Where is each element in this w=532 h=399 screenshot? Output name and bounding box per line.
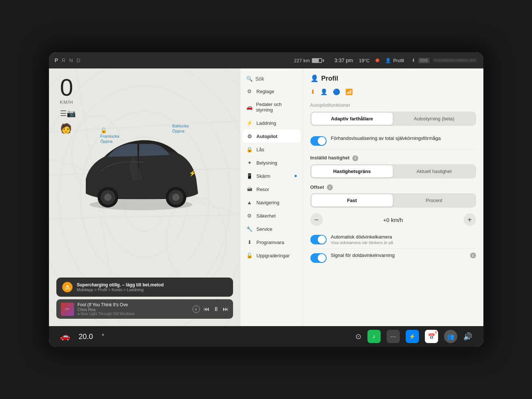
menu-item-las[interactable]: 🔒 Lås — [240, 143, 303, 156]
warning-icon: ⚠ — [62, 282, 73, 292]
service-label: Service — [257, 226, 272, 232]
speed-unit: KM/H — [60, 99, 74, 105]
svg-text:⚡: ⚡ — [189, 170, 196, 177]
speed-display: 0 KM/H — [60, 76, 74, 105]
right-panel: 👤 Profil ⬇ 👤 🔵 📶 Autopilotfunktioner Ada… — [303, 68, 483, 326]
menu-item-resor[interactable]: 🏔 Resor — [240, 183, 303, 196]
fixed-offset-button[interactable]: Fast — [311, 194, 393, 206]
percent-offset-button[interactable]: Procent — [394, 194, 475, 206]
blind-spot-warning-toggle[interactable] — [310, 253, 327, 263]
offset-type-group: Fast Procent — [310, 193, 476, 208]
vehicle-panel: 0 KM/H ☰📷 🧑 🔓 Framlucka Öppna — [49, 68, 240, 326]
profile-button[interactable]: 👤 Profil — [385, 58, 404, 63]
las-label: Lås — [257, 147, 264, 152]
menu-item-skarm[interactable]: 📱 Skärm — [240, 169, 303, 183]
user-icon-app[interactable]: 👥 — [444, 330, 457, 343]
blind-spot-camera-title: Automatisk dödvinkelkamera — [331, 234, 476, 240]
fsd-preview-toggle[interactable] — [310, 136, 327, 146]
bluetooth-icon: ⚡ — [409, 333, 415, 339]
add-to-queue-button[interactable]: + — [193, 306, 200, 313]
current-speed-button[interactable]: Aktuell hastighet — [394, 165, 475, 177]
range-info: 227 km — [294, 58, 324, 63]
blind-spot-warning-toggle-row: Signal för doldavinkelnvarning i — [310, 249, 476, 266]
bluetooth-app[interactable]: ⚡ — [406, 330, 419, 343]
adaptive-cruise-button[interactable]: Adaptiv farthållare — [311, 113, 393, 125]
speed-mode-group: Hastighetsgräns Aktuell hastighet — [310, 164, 476, 179]
speed-limit-button[interactable]: Hastighetsgräns — [311, 165, 393, 177]
screen-bezel: P R N D 227 km 3:37 pm 19°C 👤 Profil — [45, 49, 487, 350]
car-bottom-icon[interactable]: 🚗 — [60, 332, 70, 341]
offset-section-title: Offset i — [310, 184, 476, 191]
bottom-temperature: 20.0 — [79, 332, 93, 341]
status-bar: P R N D 227 km 3:37 pm 19°C 👤 Profil — [49, 52, 483, 68]
uppgraderingar-label: Uppgraderingar — [257, 253, 290, 258]
blind-spot-camera-toggle[interactable] — [310, 235, 327, 244]
volume-icon[interactable]: 🔊 — [463, 332, 472, 341]
navigering-label: Navigering — [257, 200, 279, 205]
search-label: Sök — [256, 76, 264, 82]
notification-sub: Mobilapp > Profil > Konto > Laddning — [77, 287, 164, 292]
menu-item-laddning[interactable]: ⚡ Laddning — [240, 116, 303, 130]
svg-point-17 — [104, 194, 112, 201]
panel-title-text: Profil — [321, 75, 338, 82]
top-right-icons: ⬇ SOS PASSENGER AIRBAG OFF — [412, 58, 478, 63]
car-illustration: ⚡ — [71, 120, 211, 216]
autosteer-button[interactable]: Autostyrning (beta) — [394, 113, 475, 125]
blind-spot-camera-toggle-row: Automatisk dödvinkelkamera Visa sidokame… — [310, 230, 476, 249]
profile-person-icon: 👤 — [385, 58, 391, 63]
menu-item-service[interactable]: 🔧 Service — [240, 222, 303, 236]
profile-sub-person-icon[interactable]: 👤 — [320, 88, 328, 95]
profile-sub-download-icon[interactable]: ⬇ — [310, 88, 315, 95]
menu-panel: 🔍 Sök ⚙ Reglage 🚗 Pedaler och styrning ⚡… — [240, 68, 303, 326]
blind-spot-camera-text: Automatisk dödvinkelkamera Visa sidokame… — [331, 234, 476, 245]
more-apps-button[interactable]: ··· — [387, 330, 400, 343]
track-source: ● New Light Through Old Windows — [78, 312, 189, 316]
offset-increase-button[interactable]: + — [464, 213, 476, 226]
panel-title: 👤 Profil — [310, 74, 476, 82]
fsd-preview-title: Förhandsvisualisering av total självkörn… — [331, 135, 476, 141]
battery-icon — [312, 58, 324, 63]
programvara-label: Programvara — [257, 240, 284, 245]
album-art: CR — [61, 303, 74, 316]
uppgraderingar-icon: 🔓 — [246, 253, 253, 258]
profile-sub-signal-icon[interactable]: 📶 — [345, 88, 353, 95]
service-icon: 🔧 — [246, 226, 253, 232]
play-pause-button[interactable]: ⏸ — [213, 306, 219, 313]
menu-item-programvara[interactable]: ⬇ Programvara — [240, 236, 303, 249]
spotify-app[interactable]: ♪ — [367, 330, 381, 343]
menu-item-autopilot[interactable]: ⊙ Autopilot — [243, 130, 300, 143]
svg-point-20 — [172, 194, 180, 201]
notification-text: Supercharging otillg. – lägg till bet.me… — [77, 282, 164, 292]
menu-item-navigering[interactable]: ▲ Navigering — [240, 196, 303, 209]
reglage-icon: ⚙ — [246, 88, 253, 94]
rear-door-label: Baklucka Öppna — [172, 124, 189, 133]
music-controls[interactable]: + ⏮ ⏸ ⏭ — [193, 306, 229, 313]
previous-track-button[interactable]: ⏮ — [204, 306, 209, 313]
degree-icon: ° — [102, 333, 104, 340]
menu-item-uppgraderingar[interactable]: 🔓 Uppgraderingar — [240, 249, 303, 262]
toggle-knob — [318, 137, 326, 145]
menu-item-belysning[interactable]: ✦ Belysning — [240, 156, 303, 169]
menu-item-pedaler[interactable]: 🚗 Pedaler och styrning — [240, 98, 303, 116]
more-icon: ··· — [390, 333, 396, 340]
skarm-icon: 📱 — [246, 173, 253, 179]
belysning-label: Belysning — [257, 160, 277, 166]
speed-section-title: Inställd hastighet i — [310, 155, 476, 161]
menu-search[interactable]: 🔍 Sök — [240, 73, 303, 85]
profile-sub-wifi-icon[interactable]: 🔵 — [333, 88, 340, 95]
sakerhet-icon: ⚙ — [246, 213, 253, 219]
offset-info-icon[interactable]: i — [327, 184, 333, 190]
warning-info-icon[interactable]: i — [470, 253, 476, 258]
menu-item-sakerhet[interactable]: ⚙ Säkerhet — [240, 209, 303, 222]
calendar-app[interactable]: 📅 8 — [425, 330, 438, 343]
autopilot-icon: ⊙ — [246, 133, 253, 139]
steering-wheel-icon[interactable]: ⊙ — [355, 332, 362, 341]
speed-info-icon[interactable]: i — [352, 155, 358, 161]
next-track-button[interactable]: ⏭ — [223, 306, 229, 313]
gear-indicators: P R N D — [55, 57, 81, 63]
menu-item-reglage[interactable]: ⚙ Reglage — [240, 85, 303, 98]
fsd-preview-text: Förhandsvisualisering av total självkörn… — [331, 135, 476, 141]
track-info: Fool (If You Think It's Ove Chris Rea ● … — [78, 302, 189, 316]
offset-decrease-button[interactable]: − — [310, 213, 323, 226]
autopilot-mode-group: Adaptiv farthållare Autostyrning (beta) — [310, 112, 476, 126]
